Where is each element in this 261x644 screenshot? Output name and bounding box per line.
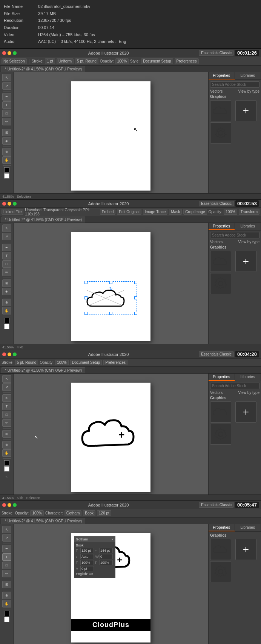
lib-gear-item-2[interactable] [210,273,231,294]
direct-select-tool-2[interactable]: ↗ [2,233,11,240]
lib-cloud-item-4[interactable] [210,539,231,560]
view-by-type-3[interactable]: View by type [238,391,259,395]
handle-bm[interactable] [109,312,112,315]
minimize-button[interactable] [8,51,11,55]
lib-plus-item-2[interactable]: + [235,251,256,272]
hand-tool-2[interactable]: ✋ [2,307,11,314]
essentials-button[interactable]: Essentials Classic [199,50,234,56]
direct-select-tool[interactable]: ↗ [2,82,11,90]
properties-tab-3[interactable]: Properties [209,374,235,381]
maximize-button[interactable] [13,51,17,55]
preferences-button[interactable]: Preferences [175,58,199,64]
font-style-4[interactable]: Book [83,510,95,516]
lib-plus-item[interactable]: + [235,100,256,121]
stroke-color-4[interactable] [4,617,9,622]
leading-input[interactable] [80,554,94,559]
paint-tool[interactable]: ✏ [2,118,11,125]
select-tool-2[interactable]: ↖ [2,224,11,232]
opacity-value[interactable]: 100% [115,58,129,64]
preferences-3[interactable]: Preferences [103,360,127,365]
lib-gear-item-4[interactable] [210,561,231,582]
maximize-button-4[interactable] [13,503,17,507]
select-tool[interactable]: ↖ [2,74,11,81]
stroke-color[interactable] [4,173,9,179]
lib-cloud-item[interactable] [210,100,231,121]
vscale-input[interactable] [99,560,113,565]
libraries-tab-3[interactable]: Libraries [235,374,261,381]
close-button-2[interactable] [2,202,6,206]
lib-gear-item-3[interactable] [210,424,231,445]
scale-tool[interactable]: ⊞ [2,129,11,136]
zoom-tool[interactable]: ⊕ [2,148,11,156]
handle-tr[interactable] [134,281,137,284]
stock-search-2[interactable] [210,232,259,238]
fill-color-3[interactable] [4,460,9,465]
opacity-value-3[interactable]: 100% [55,360,69,365]
stock-search-3[interactable] [210,383,259,389]
handle-tm[interactable] [109,281,112,284]
shape-tool-4[interactable]: □ [2,562,11,569]
zoom-tool-2[interactable]: ⊕ [2,299,11,306]
type-tool[interactable]: T [2,101,11,109]
document-tab-1[interactable]: * Untitled-2* @ 41.56% (CMYK/GPU Preview… [2,66,85,72]
handle-ml[interactable] [84,296,88,299]
direct-select-tool-4[interactable]: ↗ [2,534,11,542]
stroke-color-2[interactable] [4,324,9,329]
pen-tool-2[interactable]: ✒ [2,244,11,251]
pt-round-3[interactable]: 5 pt. Round [15,360,38,365]
font-name-4[interactable]: Gotham [64,510,82,516]
essentials-button-2[interactable]: Essentials Classic [199,201,234,206]
pen-tool[interactable]: ✒ [2,93,11,101]
font-width-input[interactable] [99,548,113,553]
maximize-button-2[interactable] [13,202,17,206]
pt-round-button[interactable]: 5 pt. Round [75,58,98,64]
essentials-button-3[interactable]: Essentials Classic [199,351,234,357]
shape-tool-3[interactable]: □ [2,411,11,418]
maximize-button-3[interactable] [13,353,17,356]
baseline-input[interactable] [80,566,94,571]
paint-tool-2[interactable]: ✏ [2,269,11,276]
properties-tab-4[interactable]: Properties [209,524,235,531]
lib-cloud-item-3[interactable] [210,401,231,423]
transform-button[interactable]: Transform [239,209,259,215]
document-tab-2[interactable]: * Untitled-2* @ 41.56% (CMYK/GPU Preview… [2,217,85,223]
lib-gear-item[interactable] [210,122,231,143]
essentials-button-4[interactable]: Essentials Classic [199,502,234,508]
shape-tool-2[interactable]: □ [2,260,11,268]
hand-tool[interactable]: ✋ [2,156,11,164]
properties-tab-2[interactable]: Properties [209,223,235,230]
image-trace-button[interactable]: Image Trace [143,209,168,215]
mask-button[interactable]: Mask [169,209,182,215]
libraries-tab-2[interactable]: Libraries [235,223,261,230]
blend-tool[interactable]: ◈ [2,137,11,145]
handle-br[interactable] [134,312,137,315]
libraries-tab-4[interactable]: Libraries [235,524,261,531]
char-panel-close[interactable]: × [112,537,114,541]
rotation-handle[interactable]: ↻ [109,287,112,291]
scale-tool-4[interactable]: ⊞ [2,581,11,588]
shape-tool[interactable]: □ [2,110,11,117]
stroke-value[interactable]: 1 pt [45,58,55,64]
close-button[interactable] [2,51,6,55]
fill-color[interactable] [4,167,9,172]
document-tab-4[interactable]: * Untitled-2* @ 41.56% (CMYK/GPU Preview… [2,518,85,524]
minimize-button-4[interactable] [8,503,11,507]
type-tool-2[interactable]: T [2,252,11,259]
view-by-type-1[interactable]: View by type [238,89,259,93]
font-size-4[interactable]: 120 pt [97,510,111,516]
view-by-type-2[interactable]: View by type [238,240,259,244]
minimize-button-2[interactable] [8,202,11,206]
lib-cloud-item-2[interactable] [210,251,231,272]
edit-original-button[interactable]: Edit Original [117,209,141,215]
libraries-tab-1[interactable]: Libraries [235,72,261,79]
stock-search-1[interactable] [210,81,259,88]
paint-tool-4[interactable]: ✏ [2,570,11,577]
embed-button[interactable]: Embed [100,209,116,215]
zoom-tool-3[interactable]: ⊕ [2,441,11,449]
close-button-3[interactable] [2,353,6,356]
crop-image-button[interactable]: Crop Image [183,209,207,215]
type-tool-3[interactable]: T [2,403,11,410]
handle-mr[interactable] [134,296,137,299]
scale-tool-3[interactable]: ⊞ [2,430,11,438]
select-tool-4[interactable]: ↖ [2,526,11,533]
